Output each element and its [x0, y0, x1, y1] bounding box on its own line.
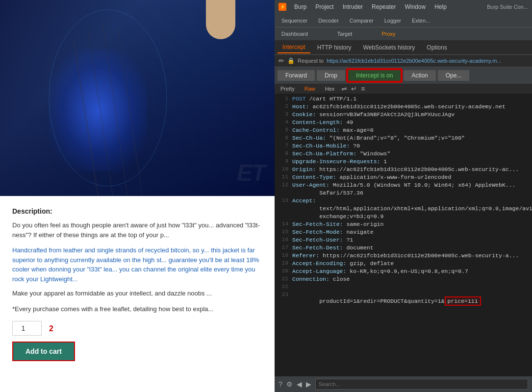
format-bar: Pretty Raw Hex ⇌ ↵ ≡: [275, 84, 532, 94]
http-line-8: 8 Sec-Ch-Ua-Platform: "Windows": [275, 150, 532, 158]
http-line-9: 9 Upgrade-Insecure-Requests: 1: [275, 158, 532, 166]
http-line-11: 11 Content-Type: application/x-www-form-…: [275, 174, 532, 182]
http-line-18: 18 Referer: https://ac621fcb1eb1d31cc011…: [275, 252, 532, 260]
forward-nav-icon[interactable]: ▶: [306, 380, 311, 388]
request-bar: ✏ 🔒 Request to https://ac621fcb1eb1d31cc…: [275, 55, 532, 67]
http-line-3: 3 Cookie: session=VB3Wfa3NBF2AkCt2A2Qj3L…: [275, 111, 532, 119]
desc-text-1: Do you often feel as though people aren'…: [12, 220, 262, 240]
forward-button[interactable]: Forward: [278, 70, 315, 81]
desc-text-3: Make your apparel as formidable as your …: [12, 289, 262, 298]
http-line-2: 2 Host: ac621fcb1eb1d31cc0112e2b00e4005c…: [275, 103, 532, 111]
http-line-13b: text/html,application/xhtml+xml,applicat…: [275, 205, 532, 213]
svg-line-1: [88, 29, 113, 196]
back-icon[interactable]: ◀: [297, 380, 302, 388]
desc-text-2: Handcrafted from leather and single stra…: [12, 245, 262, 284]
toolbar-tabs-row2: Dashboard Target Proxy: [275, 27, 532, 40]
tab-target[interactable]: Target: [332, 27, 357, 40]
product-image: ET: [0, 0, 275, 196]
menu-repeater[interactable]: Repeater: [368, 2, 400, 11]
menu-bar: ⚡ Burp Project Intruder Repeater Window …: [275, 0, 532, 14]
add-to-cart-button[interactable]: Add to cart: [12, 342, 75, 361]
drop-button[interactable]: Drop: [317, 70, 345, 81]
http-line-15: 15 Sec-Fetch-Mode: navigate: [275, 229, 532, 237]
toolbar-tabs-row1: Sequencer Decoder Comparer Logger Exten.…: [275, 14, 532, 27]
desc-text-4: *Every purchase comes with a free leafle…: [12, 304, 262, 314]
menu-project[interactable]: Project: [311, 2, 337, 11]
http-line-23: 23 productId=1&redir=PRODUCT&quantity=1&…: [275, 292, 532, 311]
body-content: productId=1&redir=PRODUCT&quantity=1&: [319, 298, 444, 304]
http-line-13c: exchange;v=b3;q=0.9: [275, 213, 532, 221]
http-line-5: 5 Cache-Control: max-age=0: [275, 127, 532, 135]
help-icon[interactable]: ?: [279, 380, 282, 388]
tab-intercept[interactable]: Intercept: [278, 42, 310, 53]
http-line-10: 10 Origin: https://ac621fcb1eb1d31cc0112…: [275, 166, 532, 174]
http-line-14: 14 Sec-Fetch-Site: same-origin: [275, 221, 532, 229]
http-line-22: 22: [275, 284, 532, 292]
http-line-21: 21 Connection: close: [275, 276, 532, 284]
tab-extender[interactable]: Exten...: [407, 14, 435, 27]
burp-title: Burp Suite Con...: [487, 4, 528, 10]
tab-proxy[interactable]: Proxy: [377, 27, 400, 40]
raw-button[interactable]: Raw: [302, 85, 318, 93]
action-button[interactable]: Action: [404, 70, 435, 81]
http-line-7: 7 Sec-Ch-Ua-Mobile: ?0: [275, 143, 532, 150]
tab-dashboard[interactable]: Dashboard: [277, 27, 313, 40]
svg-line-3: [118, 27, 142, 196]
lock-icon: 🔒: [287, 57, 295, 64]
left-panel: ET Description: Do you often feel as tho…: [0, 0, 275, 392]
newline-icon[interactable]: ↵: [351, 85, 357, 93]
http-line-19: 19 Accept-Encoding: gzip, deflate: [275, 260, 532, 268]
annotation-2: 2: [49, 322, 53, 335]
http-line-6: 6 Sec-Ch-Ua: "(Not(A:Brand";v="8", "Chro…: [275, 135, 532, 143]
bottom-bar: ? ⚙ ◀ ▶: [275, 376, 532, 392]
indent-icon[interactable]: ≡: [361, 85, 365, 93]
search-input[interactable]: [315, 379, 528, 390]
http-line-12b: Safari/537.36: [275, 190, 532, 197]
description-title: Description:: [12, 206, 262, 217]
http-line-4: 4 Content-Length: 49: [275, 119, 532, 127]
open-button[interactable]: Ope...: [438, 70, 470, 81]
quantity-input[interactable]: [12, 321, 42, 336]
menu-intruder[interactable]: Intruder: [339, 2, 367, 11]
quantity-section: 2: [12, 321, 262, 336]
wrap-icon[interactable]: ⇌: [341, 85, 347, 93]
tab-sequencer[interactable]: Sequencer: [277, 14, 312, 27]
http-line-17: 17 Sec-Fetch-Dest: document: [275, 245, 532, 252]
tab-websockets-history[interactable]: WebSockets history: [358, 42, 420, 53]
request-label: Request to: [298, 58, 324, 64]
http-line-16: 16 Sec-Fetch-User: ?1: [275, 237, 532, 245]
tab-logger[interactable]: Logger: [380, 14, 406, 27]
svg-line-0: [74, 39, 98, 196]
product-description: Description: Do you often feel as though…: [0, 196, 275, 371]
edit-icon: ✏: [279, 57, 284, 65]
settings-icon[interactable]: ⚙: [286, 380, 293, 388]
request-url: https://ac621fcb1eb1d31cc0112e2b00e4005c…: [327, 58, 501, 64]
tab-http-history[interactable]: HTTP history: [312, 42, 356, 53]
http-content[interactable]: 1 POST /cart HTTP/1.1 2 Host: ac621fcb1e…: [275, 94, 532, 376]
http-line-13-accept: 13 Accept:: [275, 197, 532, 205]
pretty-button[interactable]: Pretty: [278, 85, 298, 93]
http-line-12: 12 User-Agent: Mozilla/5.0 (Windows NT 1…: [275, 182, 532, 190]
menu-window[interactable]: Window: [401, 2, 430, 11]
hex-button[interactable]: Hex: [322, 85, 338, 93]
http-line-20: 20 Accept-Language: ko-KR,ko;q=0.9,en-US…: [275, 268, 532, 276]
proxy-tabs: Intercept HTTP history WebSockets histor…: [275, 40, 532, 55]
menu-help[interactable]: Help: [431, 2, 451, 11]
action-buttons: Forward Drop Intercept is on Action Ope.…: [275, 67, 532, 84]
menu-burp[interactable]: Burp: [290, 2, 310, 11]
intercept-button[interactable]: Intercept is on: [347, 69, 402, 82]
price-value-box: price=111: [445, 296, 481, 306]
burp-suite-panel: ⚡ Burp Project Intruder Repeater Window …: [275, 0, 532, 392]
tab-decoder[interactable]: Decoder: [313, 14, 344, 27]
burp-logo: ⚡: [279, 3, 286, 11]
tab-comparer[interactable]: Comparer: [345, 14, 379, 27]
svg-line-2: [103, 24, 127, 196]
tab-options[interactable]: Options: [422, 42, 452, 53]
http-line-1: 1 POST /cart HTTP/1.1: [275, 96, 532, 103]
